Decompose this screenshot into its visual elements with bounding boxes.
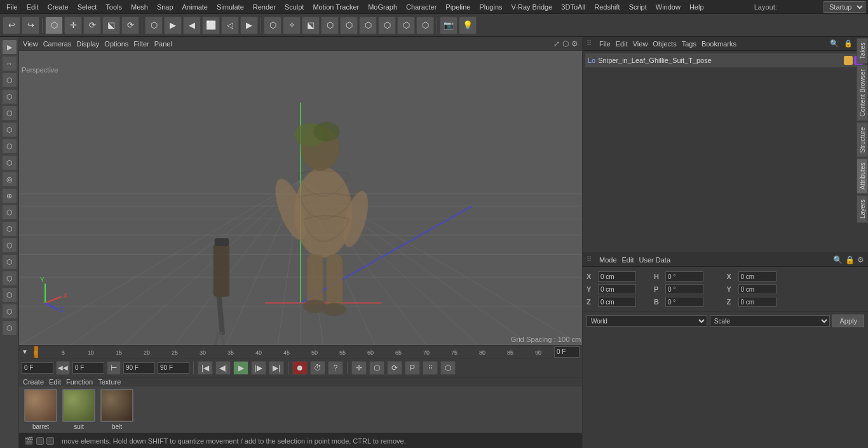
- vp-icon-expand[interactable]: ⬡: [562, 39, 569, 48]
- menu-pipeline[interactable]: Pipeline: [442, 2, 474, 12]
- view-mode-7[interactable]: ⬡: [378, 17, 396, 34]
- rotate-tool[interactable]: ⟳: [83, 17, 101, 34]
- y-pos-input[interactable]: [598, 284, 636, 294]
- rewind-btn[interactable]: |◀: [198, 361, 213, 375]
- start-frame-input[interactable]: [72, 362, 104, 374]
- vp-menu-view[interactable]: View: [23, 40, 38, 48]
- menu-tools[interactable]: Tools: [102, 2, 126, 12]
- left-btn-7[interactable]: ⬡: [2, 139, 17, 154]
- mat-swatch-suit[interactable]: [62, 389, 95, 422]
- view-mode-1[interactable]: ⬡: [264, 17, 281, 34]
- menu-sculpt[interactable]: Sculpt: [281, 2, 308, 12]
- step-fwd-btn[interactable]: |▶: [251, 361, 266, 375]
- p-input[interactable]: [665, 284, 703, 294]
- move-tool[interactable]: ✛: [64, 17, 82, 34]
- menu-script[interactable]: Script: [625, 2, 651, 12]
- attr-settings-icon[interactable]: ⚙: [857, 255, 864, 264]
- menu-snap[interactable]: Snap: [153, 2, 177, 12]
- left-btn-8[interactable]: ⬡: [2, 155, 17, 170]
- attr-menu-userdata[interactable]: User Data: [639, 256, 671, 264]
- sz-input[interactable]: [738, 297, 776, 307]
- menu-redshift[interactable]: Redshift: [590, 2, 623, 12]
- object-item-sniper[interactable]: Lo Sniper_in_Leaf_Ghillie_Suit_T_pose: [585, 53, 865, 67]
- tab-attributes[interactable]: Attributes: [857, 158, 868, 194]
- step-back-btn[interactable]: ◀|: [215, 361, 231, 375]
- object-btn-6[interactable]: ▶: [240, 17, 258, 34]
- mat-item-suit[interactable]: suit: [62, 389, 95, 430]
- fwd-end-btn[interactable]: ▶|: [269, 361, 284, 375]
- vp-menu-display[interactable]: Display: [76, 40, 99, 48]
- mat-menu-create[interactable]: Create: [23, 378, 44, 386]
- mat-menu-function[interactable]: Function: [66, 378, 93, 386]
- left-btn-3[interactable]: ⬡: [2, 72, 17, 88]
- obj-lock-icon[interactable]: 🔒: [844, 39, 853, 48]
- vp-icon-arrows[interactable]: ⤢: [553, 39, 560, 48]
- menu-vray[interactable]: V-Ray Bridge: [508, 2, 557, 12]
- left-btn-4[interactable]: ⬡: [2, 89, 17, 104]
- view-mode-4[interactable]: ⬡: [321, 17, 339, 34]
- prev-frame-btn[interactable]: ◀◀: [56, 361, 70, 375]
- h-input[interactable]: [665, 271, 703, 282]
- obj-menu-objects[interactable]: Objects: [653, 40, 676, 48]
- redo-button[interactable]: ↪: [22, 17, 39, 34]
- menu-help[interactable]: Help: [686, 2, 708, 12]
- mat-menu-edit[interactable]: Edit: [49, 378, 61, 386]
- tab-content-browser[interactable]: Content Browser: [857, 65, 868, 121]
- left-btn-11[interactable]: ⬡: [2, 205, 17, 220]
- sy-input[interactable]: [738, 284, 776, 294]
- key-btn-6[interactable]: ⬡: [440, 361, 456, 375]
- play-btn[interactable]: ▶: [233, 361, 248, 375]
- menu-render[interactable]: Render: [249, 2, 280, 12]
- end-frame-input2[interactable]: [123, 362, 155, 374]
- attr-search-icon[interactable]: 🔍: [833, 255, 843, 264]
- menu-edit[interactable]: Edit: [23, 2, 43, 12]
- left-btn-9[interactable]: ◎: [2, 172, 17, 187]
- select-tool[interactable]: ⬡: [45, 17, 63, 34]
- timeline-svg[interactable]: 0 5 10 15 20 25 30 35: [31, 346, 552, 358]
- object-btn-2[interactable]: ▶: [164, 17, 182, 34]
- apply-button[interactable]: Apply: [832, 315, 864, 327]
- tab-layers[interactable]: Layers: [857, 195, 868, 223]
- key-btn-2[interactable]: ⬡: [369, 361, 384, 375]
- attr-menu-mode[interactable]: Mode: [599, 256, 617, 264]
- left-btn-13[interactable]: ⬡: [2, 238, 17, 253]
- start-frame-btn[interactable]: ⊢: [107, 361, 121, 375]
- left-btn-1[interactable]: ▶: [2, 39, 17, 55]
- b-input[interactable]: [665, 297, 703, 307]
- obj-menu-edit[interactable]: Edit: [616, 40, 628, 48]
- mat-swatch-belt[interactable]: [100, 389, 133, 422]
- view-mode-2[interactable]: ✧: [283, 17, 301, 34]
- menu-mograph[interactable]: MoGraph: [364, 2, 401, 12]
- left-btn-10[interactable]: ⊕: [2, 188, 17, 203]
- menu-character[interactable]: Character: [402, 2, 440, 12]
- left-btn-12[interactable]: ⬡: [2, 221, 17, 236]
- world-dropdown[interactable]: World Object: [587, 315, 707, 327]
- help-btn[interactable]: ?: [328, 361, 343, 375]
- tab-takes[interactable]: Takes: [857, 38, 868, 64]
- vp-menu-options[interactable]: Options: [104, 40, 128, 48]
- view-mode-3[interactable]: ⬕: [302, 17, 320, 34]
- left-btn-18[interactable]: ⬡: [2, 320, 17, 336]
- camera-btn[interactable]: 📷: [440, 17, 458, 34]
- z-pos-input[interactable]: [598, 297, 636, 307]
- transform-tool[interactable]: ⟳: [121, 17, 139, 34]
- vp-menu-cameras[interactable]: Cameras: [43, 40, 72, 48]
- attr-lock-icon[interactable]: 🔒: [845, 255, 855, 264]
- vp-icon-settings[interactable]: ⚙: [571, 39, 578, 48]
- left-btn-6[interactable]: ⬡: [2, 122, 17, 137]
- layout-dropdown[interactable]: Startup: [824, 1, 865, 13]
- menu-file[interactable]: File: [3, 2, 22, 12]
- key-btn-5[interactable]: ⠿: [423, 361, 438, 375]
- fps-input[interactable]: [158, 362, 189, 374]
- viewport-container[interactable]: View Cameras Display Options Filter Pane…: [19, 37, 582, 345]
- menu-window[interactable]: Window: [652, 2, 684, 12]
- record-btn[interactable]: ⏺: [292, 361, 308, 375]
- menu-motion-tracker[interactable]: Motion Tracker: [309, 2, 363, 12]
- menu-animate[interactable]: Animate: [179, 2, 212, 12]
- left-btn-17[interactable]: ⬡: [2, 304, 17, 319]
- left-btn-15[interactable]: ⬡: [2, 271, 17, 286]
- mat-item-barret[interactable]: barret: [24, 389, 57, 430]
- menu-plugins[interactable]: Plugins: [475, 2, 506, 12]
- key-btn-4[interactable]: P: [405, 361, 420, 375]
- view-mode-9[interactable]: ⬡: [416, 17, 434, 34]
